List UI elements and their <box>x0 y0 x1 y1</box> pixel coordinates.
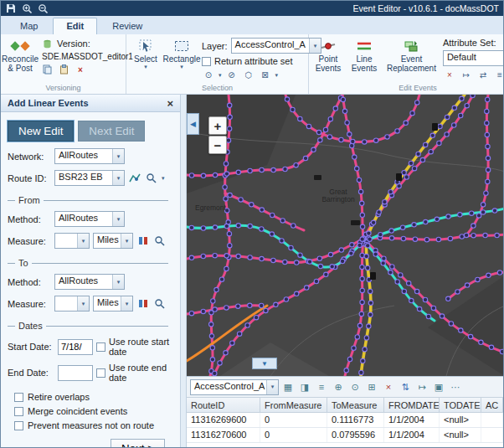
merge-coincident-checkbox[interactable] <box>14 407 23 416</box>
new-edit-button[interactable]: New Edit <box>8 121 74 142</box>
map-zoom-in-button[interactable]: + <box>208 116 227 135</box>
from-unit-combo[interactable]: Miles ▾ <box>93 233 133 249</box>
use-route-end-checkbox[interactable] <box>96 368 105 378</box>
grid-layer-combo[interactable]: AccessControl_A ▾ <box>190 379 279 395</box>
pan-to-selected-icon[interactable]: ⊙ <box>347 380 363 394</box>
from-method-combo[interactable]: AllRoutes ▾ <box>54 211 125 227</box>
copy-version-icon[interactable] <box>40 64 54 75</box>
swap-measures-icon[interactable]: ⇄ <box>476 69 490 80</box>
snap-event-icon[interactable]: ↦ <box>460 69 473 80</box>
grid-header-row: RouteID FromMeasure ToMeasure FROMDATE T… <box>187 398 503 413</box>
table-row[interactable]: 1131627060000.07955961/1/2004<null> <box>187 428 503 443</box>
tab-edit[interactable]: Edit <box>53 18 97 34</box>
prevent-measures-label: Prevent measures not on route <box>28 420 154 430</box>
prevent-measures-checkbox[interactable] <box>14 421 23 430</box>
col-todate[interactable]: TODATE <box>440 398 481 412</box>
zoom-route-caret-icon[interactable]: ▾ <box>162 175 165 181</box>
delete-version-icon[interactable]: × <box>74 64 87 75</box>
show-selected-icon[interactable]: ◨ <box>297 380 312 394</box>
attribute-set-combo[interactable]: Default ▾ <box>443 50 504 66</box>
dates-section-header: Dates <box>8 321 168 331</box>
to-measure-combo[interactable]: ▾ <box>54 296 90 312</box>
from-zoom-measure-icon[interactable] <box>153 235 167 247</box>
zoom-in-icon[interactable] <box>21 3 33 14</box>
highlight-row-icon[interactable]: ▣ <box>431 380 446 394</box>
network-combo[interactable]: AllRoutes ▾ <box>54 148 125 164</box>
sort-records-icon[interactable]: ⇅ <box>398 380 413 394</box>
save-icon[interactable] <box>5 3 17 14</box>
to-method-label: Method: <box>8 277 51 287</box>
start-date-input[interactable] <box>58 339 93 355</box>
route-id-combo[interactable]: BSR23 EB ▾ <box>54 170 125 186</box>
tab-map[interactable]: Map <box>8 18 50 34</box>
map-zoom-out-button[interactable]: − <box>208 136 227 154</box>
attribute-list-icon[interactable]: ≡ <box>314 380 329 394</box>
return-attribute-set-checkbox[interactable] <box>202 57 211 66</box>
event-list-icon[interactable]: ≡ <box>493 69 504 80</box>
attribute-grid-panel: AccessControl_A ▾ ▦ ◨ ≡ ⊕ ⊙ ⊞ × ⇅ ↦ ▣ ⋯ <box>187 376 503 447</box>
to-method-combo[interactable]: AllRoutes ▾ <box>54 274 125 290</box>
layer-combo[interactable]: AccessControl_A ▾ <box>231 38 321 54</box>
point-events-label: Point Events <box>316 54 342 73</box>
col-fromdate[interactable]: FROMDATE <box>384 398 440 412</box>
use-route-start-checkbox[interactable] <box>96 342 105 352</box>
select-records-icon[interactable]: ▦ <box>280 380 296 394</box>
delete-event-icon[interactable]: × <box>443 69 456 80</box>
to-pick-measure-icon[interactable] <box>136 298 150 310</box>
tab-review[interactable]: Review <box>100 18 155 34</box>
zoom-to-selected-icon[interactable]: ⊕ <box>331 380 346 394</box>
from-measure-combo[interactable]: ▾ <box>54 233 90 249</box>
collapse-grid-arrow[interactable]: ▼ <box>252 358 277 369</box>
retire-overlaps-checkbox[interactable] <box>14 393 23 402</box>
col-routeid[interactable]: RouteID <box>187 398 260 412</box>
version-db-icon <box>40 38 54 49</box>
start-date-label: Start Date: <box>8 342 54 352</box>
to-unit-caret-icon: ▾ <box>121 296 132 311</box>
next-edit-button[interactable]: Next Edit <box>78 121 145 142</box>
select-line-icon[interactable]: ⊘ <box>225 69 239 80</box>
end-date-input[interactable] <box>58 365 93 381</box>
line-events-button[interactable]: Line Events <box>348 36 380 73</box>
reconcile-post-button[interactable]: Reconcile & Post <box>4 36 36 73</box>
rectangle-button[interactable]: Rectangle ▾ <box>166 36 198 70</box>
layer-combo-value: AccessControl_A <box>232 39 309 53</box>
map-view[interactable]: Egremont Great Barrington ◀ + − ▼ <box>187 95 504 376</box>
next-button[interactable]: Next > <box>111 439 165 448</box>
attribute-set-value: Default <box>444 51 504 65</box>
select-point-caret-icon: ▾ <box>219 72 222 78</box>
table-cell: 0.1116773 <box>327 413 384 427</box>
select-point-icon[interactable]: ⊙ <box>202 69 215 80</box>
point-events-button[interactable]: Point Events <box>312 36 344 73</box>
table-cell: 0 <box>260 413 327 427</box>
select-polygon-icon[interactable]: ⬡ <box>242 69 255 80</box>
table-row[interactable]: 1131626960000.11167731/1/2004<null> <box>187 413 503 428</box>
from-pick-measure-icon[interactable] <box>136 235 150 247</box>
col-tomeasure[interactable]: ToMeasure <box>327 398 384 412</box>
collapse-panel-arrow[interactable]: ◀ <box>187 113 199 135</box>
to-method-caret-icon: ▾ <box>112 275 124 289</box>
close-panel-icon[interactable]: × <box>167 98 173 109</box>
line-events-icon <box>357 38 372 54</box>
zoom-out-icon[interactable] <box>37 3 49 14</box>
zoom-to-route-icon[interactable] <box>145 173 158 184</box>
table-cell: 11316270600 <box>187 428 260 442</box>
network-value: AllRoutes <box>55 149 112 163</box>
event-replacement-button[interactable]: Event Replacement <box>384 36 439 73</box>
grid-options-icon[interactable]: ⋯ <box>448 380 463 394</box>
select-button[interactable]: Select ▾ <box>130 36 162 70</box>
to-zoom-measure-icon[interactable] <box>153 298 167 310</box>
grid-rows: 1131626960000.11167731/1/2004<null>11316… <box>187 413 503 443</box>
clear-selection-icon[interactable]: ⊠ <box>259 69 272 80</box>
from-measure-label: Measure: <box>8 236 51 246</box>
retire-overlaps-label: Retire overlaps <box>28 392 90 402</box>
panel-splitter[interactable] <box>181 95 187 447</box>
pick-route-icon[interactable] <box>128 173 141 184</box>
paste-version-icon[interactable] <box>57 64 70 75</box>
clear-selection-icon[interactable]: × <box>381 380 396 394</box>
open-table-icon[interactable]: ⊞ <box>364 380 379 394</box>
version-value: SDE.MASSDOT_editor1 <box>40 52 133 61</box>
col-ac[interactable]: AC <box>481 398 503 412</box>
go-to-event-icon[interactable]: ↦ <box>414 380 429 394</box>
to-unit-combo[interactable]: Miles ▾ <box>93 296 133 312</box>
col-frommeasure[interactable]: FromMeasure <box>260 398 327 412</box>
